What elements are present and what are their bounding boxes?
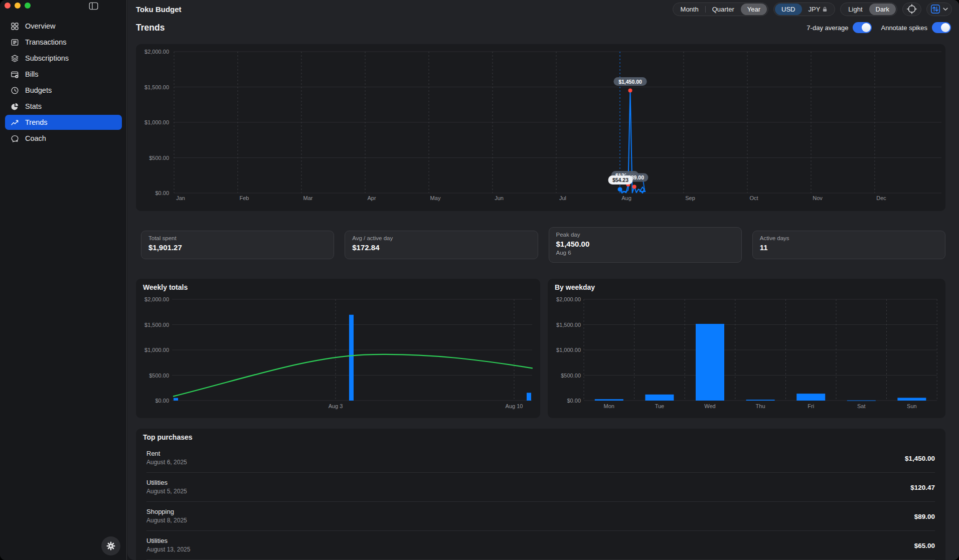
svg-text:$2,000.00: $2,000.00 [556, 296, 581, 302]
svg-text:Dec: Dec [876, 195, 886, 201]
svg-text:Sat: Sat [857, 403, 866, 409]
annotate-spikes-toggle[interactable] [932, 22, 951, 33]
svg-text:$500.00: $500.00 [561, 372, 581, 379]
transfer-icon [930, 4, 940, 14]
currency-control-option-usd[interactable]: USD [775, 4, 802, 15]
svg-text:$1,000.00: $1,000.00 [144, 119, 169, 125]
stats-icon [11, 102, 19, 111]
import-export-button[interactable] [926, 3, 952, 16]
stat-label: Active days [760, 235, 938, 241]
svg-text:$2,000.00: $2,000.00 [144, 296, 169, 302]
sidebar: OverviewTransactionsSubscriptionsBillsBu… [0, 0, 127, 560]
stat-label: Total spent [148, 235, 327, 241]
lock-icon [823, 7, 827, 12]
daily-chart-panel: $2,000.00$1,500.00$1,000.00$500.00$0.00J… [136, 44, 945, 211]
top-purchases-panel: Top purchases RentAugust 6, 2025$1,450.0… [136, 429, 945, 560]
svg-text:$1,500.00: $1,500.00 [556, 322, 581, 328]
theme-control-option-light[interactable]: Light [842, 4, 869, 15]
spike-annotation: $1,450.00 [613, 77, 647, 86]
purchase-amount: $89.00 [914, 512, 935, 520]
svg-text:Aug: Aug [621, 195, 631, 201]
sidebar-item-subscriptions[interactable]: Subscriptions [5, 51, 122, 66]
sidebar-item-budgets[interactable]: Budgets [5, 83, 122, 98]
weekly-totals-chart: $2,000.00$1,500.00$1,000.00$500.00$0.00A… [136, 279, 540, 418]
chart-toggles: 7-day averageAnnotate spikes [807, 22, 951, 33]
sidebar-item-label: Overview [25, 22, 55, 30]
stat-value: $1,901.27 [148, 243, 327, 252]
minimize-window-button[interactable] [15, 3, 21, 9]
annotate-spikes-label: Annotate spikes [881, 24, 927, 32]
svg-text:Oct: Oct [749, 195, 758, 201]
period-control-option-year[interactable]: Year [741, 4, 767, 15]
7-day-average-toggle[interactable] [853, 22, 872, 33]
svg-text:Sep: Sep [685, 195, 695, 201]
purchase-name: Utilities [146, 479, 935, 486]
svg-text:May: May [430, 195, 441, 201]
spike-annotation: $54.23 [608, 175, 633, 184]
7-day-average-label: 7-day average [807, 24, 848, 32]
stat-value: $172.84 [352, 243, 530, 252]
daily-spending-chart[interactable]: $2,000.00$1,500.00$1,000.00$500.00$0.00J… [136, 44, 945, 211]
close-window-button[interactable] [5, 3, 11, 9]
top-purchases-list: RentAugust 6, 2025$1,450.00UtilitiesAugu… [146, 444, 935, 560]
sidebar-nav: OverviewTransactionsSubscriptionsBillsBu… [5, 19, 122, 147]
svg-text:Sun: Sun [907, 403, 917, 409]
svg-text:$1,450.00: $1,450.00 [618, 79, 642, 85]
app-window: OverviewTransactionsSubscriptionsBillsBu… [0, 0, 959, 560]
gear-icon [106, 541, 115, 550]
zoom-window-button[interactable] [25, 3, 31, 9]
by-weekday-chart: $2,000.00$1,500.00$1,000.00$500.00$0.00M… [548, 279, 945, 418]
sidebar-item-stats[interactable]: Stats [5, 99, 122, 114]
stat-card-total-spent: Total spent$1,901.27 [141, 231, 334, 259]
svg-text:$500.00: $500.00 [149, 155, 169, 161]
svg-text:Jan: Jan [176, 195, 185, 201]
svg-text:Aug 3: Aug 3 [329, 403, 343, 409]
purchase-name: Shopping [146, 508, 935, 515]
svg-text:$1,500.00: $1,500.00 [144, 322, 169, 328]
purchase-row[interactable]: UtilitiesAugust 13, 2025$65.00 [146, 530, 935, 559]
stat-sub: Aug 6 [556, 250, 734, 256]
page-title: Trends [136, 23, 165, 33]
sidebar-item-overview[interactable]: Overview [5, 19, 122, 34]
subscriptions-icon [11, 54, 19, 63]
purchase-date: August 5, 2025 [146, 488, 935, 495]
by-weekday-title: By weekday [555, 283, 595, 291]
settings-button[interactable] [101, 536, 120, 555]
svg-text:$1,000.00: $1,000.00 [556, 347, 581, 353]
purchase-amount: $65.00 [914, 541, 935, 549]
purchase-row[interactable]: ShoppingAugust 8, 2025$89.00 [146, 501, 935, 530]
locate-button[interactable] [902, 3, 921, 16]
svg-text:$500.00: $500.00 [149, 372, 169, 379]
sidebar-toggle-icon [89, 2, 98, 10]
transactions-icon [11, 38, 19, 47]
by-weekday-panel: By weekday $2,000.00$1,500.00$1,000.00$5… [548, 279, 945, 418]
currency-control-option-jpy[interactable]: JPY [802, 4, 834, 15]
svg-text:Tue: Tue [655, 403, 665, 409]
weekly-totals-panel: Weekly totals $2,000.00$1,500.00$1,000.0… [136, 279, 540, 418]
svg-text:Jul: Jul [559, 195, 566, 201]
weekly-totals-title: Weekly totals [143, 283, 188, 291]
purchase-row[interactable]: UtilitiesAugust 5, 2025$120.47 [146, 472, 935, 501]
period-control-option-quarter[interactable]: Quarter [706, 4, 741, 15]
svg-text:Mon: Mon [604, 403, 614, 409]
stat-card-peak-day: Peak day$1,450.00Aug 6 [549, 227, 742, 263]
sidebar-item-coach[interactable]: Coach [5, 131, 122, 146]
currency-control: USDJPY [773, 3, 835, 16]
sidebar-item-transactions[interactable]: Transactions [5, 35, 122, 50]
sidebar-toggle-button[interactable] [87, 1, 99, 11]
svg-text:Thu: Thu [756, 403, 765, 409]
sidebar-item-bills[interactable]: Bills [5, 67, 122, 82]
sidebar-item-label: Trends [25, 118, 48, 126]
target-icon [906, 4, 917, 15]
svg-text:Wed: Wed [704, 403, 715, 409]
purchase-row[interactable]: RentAugust 6, 2025$1,450.00 [146, 444, 935, 472]
stat-label: Peak day [556, 232, 734, 238]
main-content: Toku Budget MonthQuarterYearUSDJPYLightD… [127, 0, 959, 560]
sidebar-item-trends[interactable]: Trends [5, 115, 122, 130]
sidebar-item-label: Subscriptions [25, 54, 69, 62]
svg-text:$0.00: $0.00 [567, 398, 581, 404]
period-control-option-month[interactable]: Month [674, 4, 705, 15]
theme-control-option-dark[interactable]: Dark [869, 4, 896, 15]
svg-text:Fri: Fri [808, 403, 814, 409]
sidebar-item-label: Stats [25, 102, 42, 110]
